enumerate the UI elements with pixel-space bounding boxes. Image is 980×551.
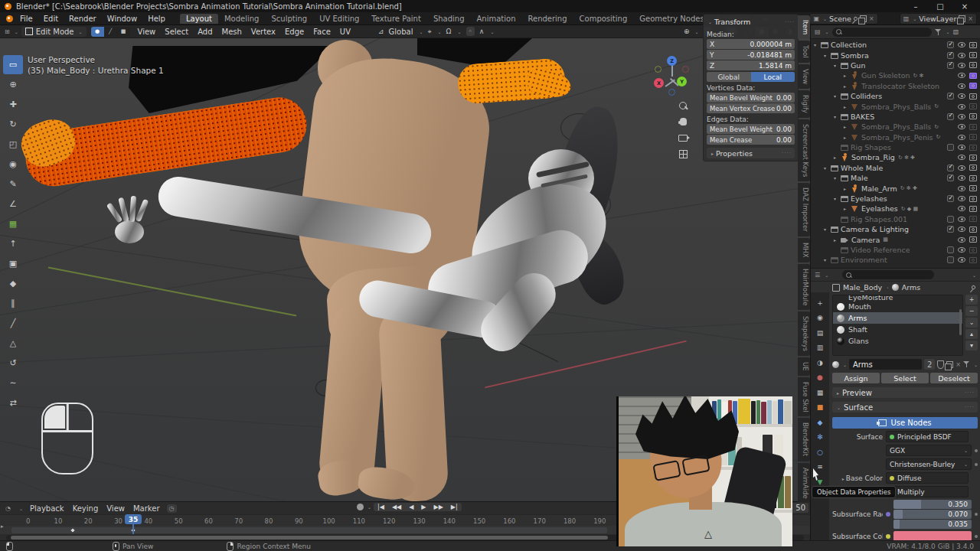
viewport-menu-item[interactable]: Select xyxy=(160,28,193,36)
exclude-checkbox[interactable] xyxy=(947,52,954,59)
outliner-item-label[interactable]: Video Reference xyxy=(851,246,910,254)
hide-eye-icon[interactable] xyxy=(958,42,965,47)
transport-button[interactable]: ◀◀ xyxy=(388,503,405,511)
radius-slider[interactable]: 0.035 xyxy=(893,520,972,529)
disable-render-icon[interactable] xyxy=(969,165,977,171)
properties-tab[interactable]: ▤ xyxy=(813,327,827,338)
close-button[interactable]: × xyxy=(952,0,977,12)
animate-dot[interactable] xyxy=(975,535,978,538)
transform-panel-header[interactable]: ⌄Transform···· xyxy=(707,17,795,28)
exclude-checkbox[interactable] xyxy=(947,195,954,202)
outliner-row[interactable]: Video Reference xyxy=(811,245,980,255)
exclude-checkbox[interactable] xyxy=(947,113,954,120)
animate-dot[interactable] xyxy=(975,463,978,466)
outliner-search-input[interactable] xyxy=(832,28,932,37)
tool-button[interactable]: ⊕ xyxy=(3,75,23,94)
disable-render-icon[interactable] xyxy=(969,103,977,109)
workspace-tab[interactable]: Geometry Nodes xyxy=(633,14,710,24)
sidebar-tab[interactable]: BlenderKit xyxy=(798,418,810,461)
tool-button[interactable]: ✎ xyxy=(3,174,23,194)
exclude-checkbox[interactable] xyxy=(947,41,954,48)
editor-type-icon[interactable]: ⊞ xyxy=(5,28,10,35)
timeline-menu-item[interactable]: Keying xyxy=(73,504,99,513)
hide-eye-icon[interactable] xyxy=(958,237,965,243)
properties-panel-collapsed[interactable]: ▸Properties···· xyxy=(707,148,795,158)
disable-render-icon[interactable] xyxy=(969,196,977,202)
assignment-button[interactable]: Deselect xyxy=(930,373,978,383)
tool-button[interactable]: ↺ xyxy=(3,354,23,373)
outliner-row[interactable]: ▾ Sombra xyxy=(811,50,980,60)
sidebar-tab[interactable]: Item xyxy=(798,15,810,39)
hide-eye-icon[interactable] xyxy=(958,247,965,253)
tool-button[interactable]: ∥ xyxy=(3,294,23,313)
outliner-item-label[interactable]: Translocator Skeleton xyxy=(861,82,939,90)
fake-user-shield-icon[interactable] xyxy=(937,360,944,369)
workspace-tab[interactable]: Shading xyxy=(427,14,471,24)
tool-button[interactable]: ▭ xyxy=(3,55,23,74)
tool-button[interactable]: ◆ xyxy=(3,274,23,293)
copy-icon[interactable] xyxy=(959,15,965,22)
tool-button[interactable]: ∠ xyxy=(3,194,23,214)
outliner-row[interactable]: ▾ BAKES xyxy=(811,112,980,122)
preview-panel-header[interactable]: ▸Preview···· xyxy=(832,387,978,398)
material-slot[interactable]: Arms xyxy=(833,312,962,324)
workspace-tab[interactable]: Animation xyxy=(471,14,522,24)
outliner-row[interactable]: ▾ Eyelashes xyxy=(811,194,980,204)
pivot-point-icon[interactable]: ⌖ xyxy=(427,28,431,36)
expand-arrow[interactable]: ▸ xyxy=(844,73,851,78)
filter-icon[interactable] xyxy=(963,361,970,367)
blender-menu-icon[interactable] xyxy=(6,15,13,22)
sidebar-tab[interactable]: Shapekeys xyxy=(798,311,810,356)
material-datablock-icon[interactable] xyxy=(832,361,839,368)
menu-item[interactable]: Help xyxy=(142,14,171,24)
radius-slider[interactable]: 0.350 xyxy=(893,500,972,509)
properties-tab[interactable]: ○ xyxy=(813,446,827,458)
breadcrumb-object[interactable]: Male_Body xyxy=(843,283,882,292)
expand-arrow[interactable]: ▸ xyxy=(834,237,841,243)
sidebar-tab[interactable]: Rigify xyxy=(798,90,810,118)
expand-arrow[interactable]: ▸ xyxy=(844,206,851,211)
hide-eye-icon[interactable] xyxy=(958,155,965,160)
unlink-material-icon[interactable]: × xyxy=(956,361,961,368)
radius-slider[interactable]: 0.070 xyxy=(893,510,972,519)
properties-tab[interactable]: ✻ xyxy=(813,432,827,443)
show-gizmo-icon[interactable]: ⊕ xyxy=(684,28,690,35)
hide-eye-icon[interactable] xyxy=(958,217,965,222)
outliner-row[interactable]: ▸ Gun Skeleton ↻ ✻ xyxy=(811,70,980,80)
outliner-item-label[interactable]: Gun Skeleton xyxy=(861,71,910,80)
outliner-item-label[interactable]: Male xyxy=(851,174,868,182)
sidebar-tab[interactable]: MHX xyxy=(798,238,810,262)
edge-select-button[interactable]: ╱ xyxy=(104,27,117,37)
surface-panel-header[interactable]: ⌄Surface···· xyxy=(832,402,978,412)
tool-button[interactable]: ▣ xyxy=(3,254,23,273)
viewport-menu-item[interactable]: Face xyxy=(309,28,335,36)
proportional-editing-icon[interactable]: ◦ xyxy=(466,27,475,36)
expand-arrow[interactable]: ▾ xyxy=(824,227,831,232)
outliner-item-label[interactable]: Sombra xyxy=(841,51,869,60)
vertex-data-field[interactable]: Mean Vertex Crease0.00 xyxy=(707,103,795,113)
exclude-checkbox[interactable] xyxy=(947,256,954,263)
falloff-curve-icon[interactable]: ∧ xyxy=(479,28,485,35)
transport-button[interactable]: |◀ xyxy=(374,503,388,511)
pan-button[interactable] xyxy=(677,116,689,128)
copy-material-icon[interactable] xyxy=(946,361,953,368)
outliner-row[interactable]: Rig Shapes xyxy=(811,142,980,152)
disable-render-icon[interactable] xyxy=(969,155,977,161)
outliner-display-mode-icon[interactable]: ▤ xyxy=(815,28,821,35)
current-frame-indicator[interactable]: 35 xyxy=(125,514,142,524)
new-collection-icon[interactable]: ▧ xyxy=(953,28,959,35)
scene-selector[interactable]: ▣⌄ Scene × xyxy=(809,13,877,24)
sidebar-tab[interactable]: DAZ Importer xyxy=(798,183,810,236)
animate-dot[interactable] xyxy=(975,449,978,452)
assignment-button[interactable]: Assign xyxy=(832,373,880,383)
outliner-item-label[interactable]: Male_Arm xyxy=(861,184,897,193)
edge-data-field[interactable]: Mean Crease0.00 xyxy=(707,135,795,145)
workspace-tab[interactable]: Compositing xyxy=(573,14,634,24)
outliner-item-label[interactable]: Eyelashes xyxy=(851,194,887,203)
hide-eye-icon[interactable] xyxy=(958,206,965,211)
outliner-row[interactable]: ▾ Environment xyxy=(811,255,980,265)
median-axis-field[interactable]: X0.000004 m xyxy=(707,39,795,49)
assignment-button[interactable]: Select xyxy=(881,373,929,383)
workspace-tab[interactable]: Rendering xyxy=(521,14,573,24)
sidebar-tab[interactable]: Screencast Keys xyxy=(798,119,810,181)
